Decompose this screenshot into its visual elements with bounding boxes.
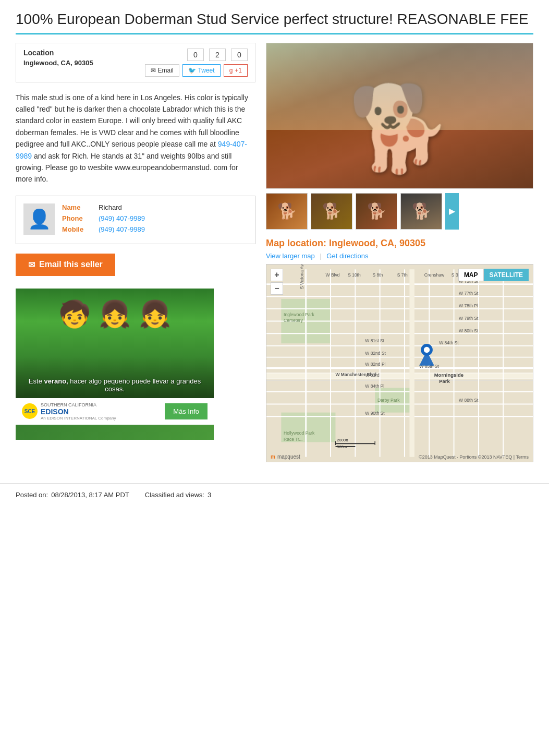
social-buttons: ✉ Email 🐦 Tweet g +1 xyxy=(145,64,248,77)
svg-text:Park: Park xyxy=(439,378,450,383)
seller-phone-row: Phone (949) 407-9989 xyxy=(62,214,248,222)
ad-text-main: Este verano, hacer algo pequeño puede ll… xyxy=(29,377,201,393)
email-seller-label: Email this seller xyxy=(39,260,103,269)
svg-rect-28 xyxy=(409,269,414,457)
gplus-button[interactable]: g +1 xyxy=(224,64,248,77)
tweet-button[interactable]: 🐦 Tweet xyxy=(182,64,221,77)
gplus-count: 0 xyxy=(231,49,248,61)
svg-text:Darby Park: Darby Park xyxy=(377,397,400,402)
name-value: Richard xyxy=(99,203,122,211)
svg-point-61 xyxy=(424,346,430,352)
email-seller-button[interactable]: ✉ Email this seller xyxy=(16,254,115,276)
svg-text:Inglewood Park: Inglewood Park xyxy=(284,312,314,317)
svg-text:W 90th St: W 90th St xyxy=(365,411,385,416)
map-links-divider: | xyxy=(320,252,323,260)
satellite-button[interactable]: SATELLITE xyxy=(484,269,529,281)
photo-thumbnails: 🐕 🐕 🐕 🐕 ▶ xyxy=(266,193,533,230)
zoom-in-button[interactable]: + xyxy=(271,269,283,281)
thumb3-icon: 🐕 xyxy=(367,202,386,220)
posted-on-item: Posted on: 08/28/2013, 8:17 AM PDT xyxy=(16,491,129,499)
map-type-buttons: MAP SATELLITE xyxy=(458,269,529,281)
seller-name-row: Name Richard xyxy=(62,203,248,211)
svg-text:W 78th Pl: W 78th Pl xyxy=(459,303,478,308)
ad-footer: SCE SOUTHERN CALIFORNIA EDISON An EDISON… xyxy=(16,398,214,425)
gplus-label: +1 xyxy=(235,67,242,74)
thumbnail-2[interactable]: 🐕 xyxy=(311,193,352,230)
tweet-label: Tweet xyxy=(198,67,215,74)
location-value: Inglewood, CA, 90305 xyxy=(23,59,93,67)
email-social-label: Email xyxy=(158,67,174,74)
svg-text:W 81st St: W 81st St xyxy=(365,338,384,343)
map-container: W 75th St W 77th St W 78th Pl W 79th St … xyxy=(266,264,533,462)
main-photo: 🐕 xyxy=(266,43,533,189)
svg-text:W 82nd Pl: W 82nd Pl xyxy=(365,361,385,366)
map-copyright: ©2013 MapQuest · Portions ©2013 NAVTEQ |… xyxy=(419,454,529,460)
name-label: Name xyxy=(62,203,93,211)
svg-text:W 82nd St: W 82nd St xyxy=(365,351,386,356)
page-title: 100% European Doberman Stud Service perf… xyxy=(16,10,533,28)
gplus-icon: g xyxy=(229,67,233,74)
svg-text:W 80th St: W 80th St xyxy=(459,328,479,333)
svg-text:W 79th St: W 79th St xyxy=(459,315,479,320)
mapquest-logo: m xyxy=(271,454,275,460)
kid-icon-2: 👧 xyxy=(99,299,131,329)
svg-text:Cemetery: Cemetery xyxy=(284,318,303,323)
thumbnail-4[interactable]: 🐕 xyxy=(400,193,442,230)
email-count: 0 xyxy=(187,49,204,61)
svg-text:Race Tr...: Race Tr... xyxy=(284,436,302,441)
svg-text:Hollywood Park: Hollywood Park xyxy=(284,430,315,436)
svg-text:500m: 500m xyxy=(337,444,347,449)
svg-text:2000ft: 2000ft xyxy=(337,437,348,442)
svg-text:S 10th: S 10th xyxy=(348,272,361,278)
svg-text:Crenshaw: Crenshaw xyxy=(424,272,445,278)
posted-on-value: 08/28/2013, 8:17 AM PDT xyxy=(51,491,129,499)
kid-icon-3: 👧 xyxy=(139,299,171,329)
svg-text:W 77th St: W 77th St xyxy=(459,291,479,296)
envelope-icon: ✉ xyxy=(151,67,156,74)
get-directions-link[interactable]: Get directions xyxy=(326,252,368,260)
thumb1-icon: 🐕 xyxy=(277,202,297,220)
svg-text:W 88th St: W 88th St xyxy=(459,397,479,402)
views-label: Classified ad views: xyxy=(145,491,204,499)
description-text-1: This male stud is one of a kind here in … xyxy=(16,93,248,149)
seller-mobile-row: Mobile (949) 407-9989 xyxy=(62,225,248,233)
thumb2-icon: 🐕 xyxy=(322,202,341,220)
svg-text:W Manchester Blvd: W Manchester Blvd xyxy=(335,371,376,377)
ad-mas-info-button[interactable]: Más Info xyxy=(165,403,208,419)
phone-label: Phone xyxy=(62,214,93,222)
map-svg: W 75th St W 77th St W 78th Pl W 79th St … xyxy=(266,265,533,462)
view-larger-map-link[interactable]: View larger map xyxy=(266,252,315,260)
title-divider xyxy=(16,33,533,34)
avatar: 👤 xyxy=(23,203,55,235)
map-zoom-controls: + − xyxy=(271,269,283,296)
views-item: Classified ad views: 3 xyxy=(145,491,211,499)
ad-mas-info-label: Más Info xyxy=(173,407,199,415)
svg-text:W Blvd: W Blvd xyxy=(326,272,340,278)
map-links: View larger map | Get directions xyxy=(266,252,533,260)
svg-text:Morningside: Morningside xyxy=(434,372,463,378)
seller-info-box: 👤 Name Richard Phone (949) 407-9989 Mobi… xyxy=(16,196,255,244)
map-button[interactable]: MAP xyxy=(458,269,484,281)
social-box: 0 2 0 ✉ Email 🐦 Tweet xyxy=(145,49,248,77)
seller-details: Name Richard Phone (949) 407-9989 Mobile… xyxy=(62,203,248,236)
page-footer: Posted on: 08/28/2013, 8:17 AM PDT Class… xyxy=(0,483,549,506)
thumbnail-3[interactable]: 🐕 xyxy=(356,193,397,230)
thumbnail-1[interactable]: 🐕 xyxy=(266,193,308,230)
mapquest-label: mapquest xyxy=(277,454,300,460)
dog-photo: 🐕 xyxy=(266,43,533,188)
mobile-value[interactable]: (949) 407-9989 xyxy=(99,225,145,233)
twitter-icon: 🐦 xyxy=(188,67,196,74)
zoom-out-button[interactable]: − xyxy=(271,282,283,295)
ad-image: 🧒 👧 👧 Este verano, hacer algo pequeño pu… xyxy=(16,289,214,398)
email-social-button[interactable]: ✉ Email xyxy=(145,64,179,77)
location-box: Location Inglewood, CA, 90305 0 2 0 ✉ Em… xyxy=(16,43,255,82)
svg-text:S Victoria Av: S Victoria Av xyxy=(299,265,304,289)
tweet-count: 2 xyxy=(209,49,226,61)
phone-value[interactable]: (949) 407-9989 xyxy=(99,214,145,222)
description-text-2: and ask for Rich. He stands at 31" and w… xyxy=(16,152,238,184)
next-photo-button[interactable]: ▶ xyxy=(445,193,459,230)
location-label: Location xyxy=(23,49,93,57)
svg-text:W 84th St: W 84th St xyxy=(439,340,459,345)
kid-icon-1: 🧒 xyxy=(58,299,91,329)
social-counts: 0 2 0 xyxy=(187,49,248,61)
